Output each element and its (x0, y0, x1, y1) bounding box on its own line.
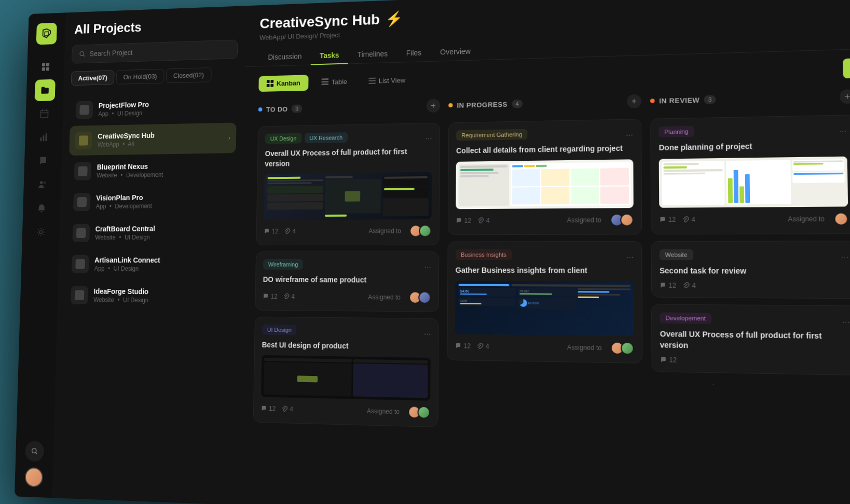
avatar-stack (409, 225, 431, 237)
card-tags: Requirement Gathering (456, 129, 528, 141)
column-title-todo: TO DO (266, 105, 288, 114)
card-footer: 12 4 Assigned to (261, 402, 430, 419)
chart-nav-icon[interactable] (33, 127, 54, 148)
add-inprogress-button[interactable]: + (627, 94, 641, 108)
add-inreview-button[interactable]: + (840, 89, 850, 104)
user-avatar[interactable] (24, 467, 43, 487)
svg-rect-19 (321, 83, 328, 85)
column-header-todo: TO DO 3 + (258, 96, 440, 118)
calendar-nav-icon[interactable] (34, 103, 54, 124)
card-more-icon[interactable]: ··· (626, 253, 634, 262)
tag-wireframing: Wireframing (263, 259, 303, 270)
project-icon (74, 162, 91, 180)
card-website[interactable]: Website ··· Second task for review 12 4 (651, 241, 850, 299)
project-item[interactable]: ArtisanLink Connect App • UI Design (66, 249, 235, 279)
add-task-button[interactable]: + (843, 58, 850, 78)
card-comments: 12 (660, 356, 677, 364)
column-count-todo: 3 (292, 105, 302, 113)
svg-rect-2 (42, 67, 45, 71)
svg-rect-0 (42, 63, 45, 66)
card-title: Overall UX Process of full product for f… (660, 329, 850, 353)
card-comments: 12 (660, 282, 676, 289)
grid-nav-icon[interactable] (35, 56, 56, 78)
add-todo-button[interactable]: + (427, 99, 440, 113)
project-icon (72, 224, 90, 242)
tab-tasks[interactable]: Tasks (310, 47, 348, 65)
avatar-stack (409, 291, 431, 304)
assigned-label: Assigned to (367, 408, 400, 416)
project-name: CraftBoard Central (95, 225, 229, 233)
card-wireframe[interactable]: Wireframing ··· DO wireframe of same pro… (255, 251, 439, 312)
project-item[interactable]: Blueprint Nexus Website • Developement (68, 154, 236, 186)
card-tags: UX Design UX Research (265, 132, 348, 144)
svg-rect-3 (46, 67, 49, 71)
card-tags: Website (660, 249, 693, 260)
card-more-icon[interactable]: ··· (842, 317, 850, 328)
project-item[interactable]: VisionPlan Pro App • Developement (67, 186, 235, 217)
tab-closed[interactable]: Closed(02) (166, 67, 212, 83)
list-view-button[interactable]: List View (360, 72, 414, 89)
settings-nav-icon[interactable] (31, 221, 52, 243)
card-ui-design[interactable]: UI Design ··· Best UI design of product (253, 316, 439, 427)
avatar-stack (610, 213, 634, 226)
card-business-insights[interactable]: Business Insights ··· Gather Business in… (447, 241, 642, 364)
card-more-icon[interactable]: ··· (424, 263, 431, 272)
table-view-button[interactable]: Table (313, 73, 355, 90)
chevron-right-icon: › (228, 134, 230, 142)
tab-on-hold[interactable]: On Hold(03) (116, 69, 164, 85)
tab-active[interactable]: Active(07) (71, 70, 115, 86)
card-more-icon[interactable]: ··· (839, 127, 847, 136)
svg-rect-20 (368, 78, 376, 79)
card-more-icon[interactable]: ··· (423, 329, 431, 339)
card-title: Second task for review (660, 265, 849, 277)
chat-nav-icon[interactable] (33, 150, 53, 172)
card-ux-process[interactable]: UX Design UX Research ··· Overall UX Pro… (256, 123, 440, 246)
card-attachments: 4 (282, 405, 293, 413)
svg-rect-4 (40, 110, 48, 118)
svg-rect-13 (267, 80, 270, 83)
bottom-search-button[interactable] (25, 441, 44, 461)
search-container[interactable] (72, 39, 238, 63)
search-input[interactable] (89, 45, 230, 58)
card-attachments: 4 (683, 282, 696, 289)
project-item[interactable]: ProjectFlow Pro App • UI Design (70, 91, 237, 125)
svg-point-11 (32, 449, 36, 453)
card-footer: 12 (660, 356, 850, 367)
project-item[interactable]: CraftBoard Central Website • UI Design (66, 217, 235, 248)
tab-timelines[interactable]: Timelines (348, 45, 397, 64)
tab-discussion[interactable]: Discussion (259, 48, 311, 66)
column-dot-inreview (650, 99, 655, 103)
card-req-gathering[interactable]: Requirement Gathering ··· Collect all de… (448, 119, 642, 235)
card-image (261, 355, 431, 401)
column-inreview: IN REVIEW 3 + Planning ··· Done planning… (650, 87, 850, 504)
project-icon (75, 132, 92, 150)
card-more-icon[interactable]: ··· (626, 130, 633, 140)
card-more-icon[interactable]: ··· (841, 253, 849, 263)
project-item[interactable]: IdeaForge Studio Website • UI Design (65, 280, 234, 312)
project-tabs: Active(07) On Hold(03) Closed(02) (71, 67, 238, 86)
column-count-inprogress: 4 (512, 100, 523, 108)
card-footer: 12 4 (660, 282, 849, 290)
card-comments: 12 (456, 217, 471, 224)
bell-nav-icon[interactable] (31, 198, 52, 219)
project-name: Blueprint Nexus (97, 161, 230, 171)
search-icon (79, 50, 86, 58)
tab-files[interactable]: Files (397, 44, 431, 63)
tab-overview[interactable]: Overview (431, 43, 480, 62)
card-attachments: 4 (477, 217, 489, 224)
project-name: CreativeSync Hub (98, 130, 223, 141)
svg-point-9 (44, 181, 46, 184)
users-nav-icon[interactable] (32, 174, 53, 195)
kanban-view-button[interactable]: Kanban (258, 75, 308, 92)
card-more-icon[interactable]: ··· (425, 134, 432, 143)
project-name: ArtisanLink Connect (94, 256, 228, 264)
project-item-active[interactable]: CreativeSync Hub WebApp • All › (69, 123, 236, 156)
folder-nav-icon[interactable] (35, 79, 56, 101)
card-planning[interactable]: Planning ··· Done planning of project (650, 115, 850, 234)
card-tags: UI Design (262, 324, 297, 335)
svg-rect-5 (40, 137, 42, 142)
svg-point-8 (40, 181, 43, 184)
card-footer: 12 4 Assigned to (455, 340, 634, 355)
card-developement[interactable]: Developement ··· Overall UX Process of f… (651, 304, 850, 376)
app-logo[interactable] (36, 23, 57, 45)
